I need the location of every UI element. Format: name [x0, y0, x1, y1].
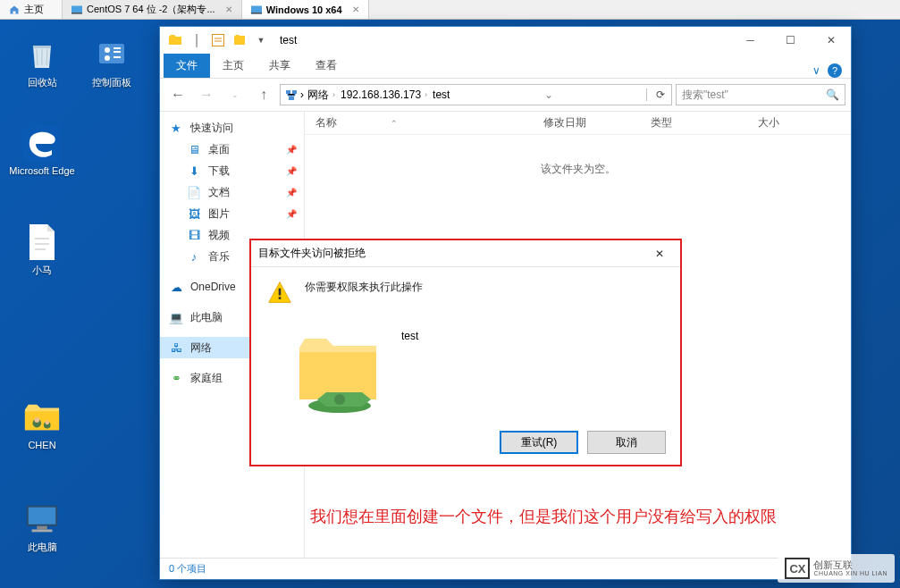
recent-dropdown[interactable]: ⌄ [223, 84, 248, 105]
svg-rect-4 [99, 44, 124, 63]
network-folder-icon [290, 330, 389, 419]
vm-tab-windows[interactable]: Windows 10 x64 ✕ [242, 0, 369, 19]
search-icon: 🔍 [826, 88, 839, 101]
maximize-button[interactable]: ☐ [770, 28, 811, 53]
desktop-icon: 🖥 [187, 142, 201, 156]
shared-folder-icon [23, 400, 61, 436]
address-dropdown[interactable]: ⌄ [541, 88, 557, 101]
up-button[interactable]: ↑ [251, 84, 276, 105]
vm-tab-centos-label: CentOS 7 64 位 -2（架构专... [87, 3, 215, 16]
desktop: 回收站 控制面板 Microsoft Edge 小马 CHEN 此电脑 | ▼ … [0, 20, 900, 588]
close-icon[interactable]: ✕ [352, 4, 359, 14]
svg-point-8 [105, 55, 110, 61]
homegroup-icon: ⚭ [169, 371, 183, 385]
access-denied-dialog: 目标文件夹访问被拒绝 ✕ 你需要权限来执行此操作 test 重试(R) 取消 [249, 239, 682, 466]
vm-tab-home[interactable]: 主页 [0, 0, 63, 19]
back-button[interactable]: ← [165, 84, 190, 105]
text-file-icon [26, 223, 58, 262]
properties-icon[interactable] [208, 30, 228, 50]
svg-rect-3 [251, 13, 262, 14]
this-pc-icon [23, 501, 61, 537]
new-folder-icon[interactable] [230, 30, 249, 50]
dialog-title-bar: 目标文件夹访问被拒绝 ✕ [251, 240, 680, 267]
documents-icon: 📄 [187, 185, 201, 199]
dialog-folder-name: test [401, 330, 418, 342]
desktop-icon-chen-folder[interactable]: CHEN [9, 399, 75, 450]
column-size[interactable]: 大小 [747, 115, 819, 130]
watermark: CX 创新互联CHUANG XIN HU LIAN [778, 554, 895, 583]
ribbon-expand-icon[interactable]: ∨ [812, 64, 820, 77]
status-bar: 0 个项目 [160, 558, 851, 579]
refresh-button[interactable]: ⟳ [646, 88, 668, 101]
vm-tab-bar: 主页 CentOS 7 64 位 -2（架构专... ✕ Windows 10 … [0, 0, 900, 20]
windows-icon [251, 4, 262, 15]
ribbon-tabs: 文件 主页 共享 查看 ∨ ? [160, 54, 851, 79]
desktop-icon-this-pc[interactable]: 此电脑 [9, 500, 75, 554]
sidebar-pictures[interactable]: 🖼图片📌 [160, 203, 304, 224]
column-headers: 名称⌃ 修改日期 类型 大小 [305, 112, 851, 135]
column-name[interactable]: 名称⌃ [305, 115, 533, 130]
desktop-icon-edge[interactable]: Microsoft Edge [9, 125, 75, 176]
svg-rect-9 [114, 56, 121, 58]
warning-icon [267, 280, 292, 305]
close-icon[interactable]: ✕ [225, 4, 232, 14]
ribbon-tab-share[interactable]: 共享 [257, 54, 303, 78]
help-icon[interactable]: ? [828, 63, 842, 78]
qat-dropdown-icon[interactable]: ▼ [251, 30, 271, 50]
qat-separator: | [187, 30, 206, 50]
svg-point-12 [34, 417, 39, 423]
svg-rect-21 [292, 90, 297, 94]
dialog-title: 目标文件夹访问被拒绝 [258, 246, 366, 261]
control-panel-icon [94, 37, 130, 72]
chevron-right-icon: › [300, 88, 304, 101]
desktop-icon-xiaoma[interactable]: 小马 [9, 223, 75, 277]
column-type[interactable]: 类型 [640, 115, 747, 130]
ribbon-tab-file[interactable]: 文件 [164, 54, 210, 78]
pin-icon: 📌 [286, 166, 297, 176]
window-title: test [280, 34, 297, 46]
svg-rect-1 [71, 13, 82, 14]
column-date[interactable]: 修改日期 [533, 115, 640, 130]
pin-icon: 📌 [286, 188, 297, 197]
svg-point-26 [334, 394, 345, 405]
pin-icon: 📌 [286, 145, 297, 155]
svg-rect-16 [29, 508, 56, 525]
sidebar-downloads[interactable]: ⬇下载📌 [160, 160, 304, 181]
desktop-icon-recycle-bin[interactable]: 回收站 [9, 36, 75, 89]
home-icon [9, 4, 20, 15]
edge-icon [23, 125, 61, 163]
videos-icon: 🎞 [187, 228, 201, 242]
sidebar-desktop[interactable]: 🖥桌面📌 [160, 139, 304, 160]
close-button[interactable]: ✕ [811, 28, 851, 53]
pin-icon: 📌 [286, 209, 297, 219]
retry-button[interactable]: 重试(R) [500, 431, 578, 454]
search-input[interactable]: 搜索"test" 🔍 [676, 84, 845, 105]
forward-button[interactable]: → [194, 84, 219, 105]
ribbon-tab-home[interactable]: 主页 [210, 54, 257, 78]
svg-rect-17 [37, 526, 46, 530]
vm-tab-windows-label: Windows 10 x64 [266, 4, 342, 15]
star-icon: ★ [169, 121, 183, 135]
sidebar-documents[interactable]: 📄文档📌 [160, 181, 304, 203]
breadcrumb-folder[interactable]: test [431, 88, 451, 101]
breadcrumb-ip[interactable]: 192.168.136.173› [339, 88, 429, 101]
downloads-icon: ⬇ [187, 164, 201, 178]
svg-rect-23 [279, 289, 282, 296]
vm-tab-centos[interactable]: CentOS 7 64 位 -2（架构专... ✕ [63, 0, 242, 19]
cancel-button[interactable]: 取消 [587, 431, 666, 454]
ribbon-tab-view[interactable]: 查看 [303, 54, 349, 78]
onedrive-icon: ☁ [169, 280, 183, 294]
minimize-button[interactable]: ─ [730, 28, 770, 53]
desktop-icon-control-panel[interactable]: 控制面板 [79, 36, 145, 89]
vm-tab-home-label: 主页 [24, 3, 44, 16]
dialog-message: 你需要权限来执行此操作 [305, 280, 423, 305]
network-icon: 🖧 [169, 340, 183, 355]
dialog-close-button[interactable]: ✕ [646, 248, 673, 260]
svg-rect-24 [279, 297, 282, 299]
address-bar[interactable]: › 网络› 192.168.136.173› test ⌄ ⟳ [280, 84, 672, 105]
svg-rect-18 [32, 529, 53, 532]
sidebar-quick-access[interactable]: ★快速访问 [160, 117, 304, 139]
svg-rect-6 [114, 47, 121, 49]
svg-rect-19 [212, 34, 224, 46]
breadcrumb-network[interactable]: 网络› [306, 88, 337, 103]
